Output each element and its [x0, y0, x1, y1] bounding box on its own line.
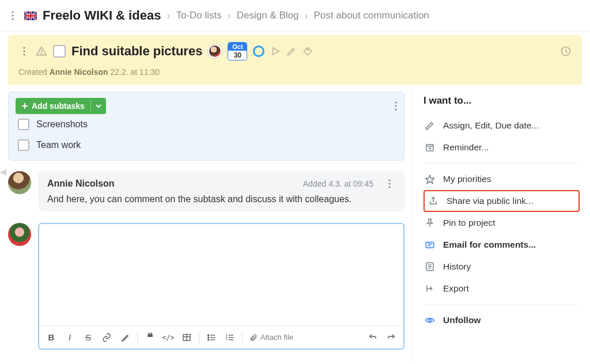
sidebar-item-history[interactable]: History [423, 256, 580, 278]
play-icon[interactable] [270, 46, 281, 56]
subtask-item[interactable]: Team work [16, 135, 397, 156]
svg-point-0 [12, 11, 13, 13]
bold-button[interactable]: B [43, 329, 60, 346]
subtask-checkbox[interactable] [18, 139, 29, 151]
editor-toolbar: B I S ❝ </> [39, 325, 403, 348]
attach-file-button[interactable]: Attach file [246, 333, 297, 342]
svg-marker-13 [273, 48, 279, 55]
created-at: 22.2. at 11:30 [111, 67, 160, 77]
sidebar-item-reminder[interactable]: Reminder... [423, 136, 580, 158]
comment-menu-button[interactable] [384, 178, 395, 189]
assignee-avatar[interactable] [208, 44, 222, 58]
svg-point-19 [388, 179, 390, 181]
sidebar-item-share[interactable]: Share via public link... [423, 190, 580, 212]
svg-text:3: 3 [226, 338, 228, 341]
collapse-caret[interactable]: ◀ [0, 167, 6, 176]
svg-point-29 [208, 339, 209, 340]
add-subtasks-caret[interactable] [90, 100, 106, 112]
table-button[interactable] [178, 329, 195, 346]
ordered-list-button[interactable]: 123 [221, 329, 239, 346]
task-banner: Find suitable pictures Oct 30 Created An… [8, 35, 582, 85]
svg-point-2 [12, 18, 13, 20]
sidebar-item-label: Pin to project [443, 218, 495, 228]
task-created-line: Created Annie Nicolson 22.2. at 11:30 [18, 67, 572, 77]
history-icon [425, 261, 435, 272]
crumb-list[interactable]: To-Do lists [176, 10, 221, 21]
editor-row: B I S ❝ </> [8, 223, 404, 350]
editor-textarea[interactable] [39, 224, 403, 325]
svg-point-16 [395, 101, 396, 103]
task-title: Find suitable pictures [71, 44, 202, 59]
task-menu-button[interactable] [18, 46, 30, 57]
workspace-title[interactable]: Freelo WIKI & ideas [43, 8, 161, 23]
task-checkbox[interactable] [53, 45, 66, 58]
sidebar-item-label: Email for comments... [443, 240, 536, 250]
status-ring-icon[interactable] [253, 46, 264, 57]
add-subtasks-button[interactable]: Add subtasks [16, 98, 106, 114]
strike-button[interactable]: S [80, 329, 97, 346]
uk-flag-icon [24, 12, 37, 20]
tag-icon[interactable] [302, 46, 313, 56]
subtasks-panel: Add subtasks Screenshots Team work [8, 92, 404, 161]
chevron-right-icon: › [228, 10, 231, 22]
sidebar-item-assign[interactable]: Assign, Edit, Due date... [423, 115, 580, 136]
subtask-label: Team work [36, 140, 81, 150]
comment-body: Annie Nicolson Added 4.3. at 09:45 And h… [38, 171, 404, 211]
clock-icon[interactable] [560, 46, 572, 57]
sidebar-item-unfollow[interactable]: Unfollow [423, 309, 580, 331]
svg-point-25 [208, 335, 209, 336]
undo-button[interactable] [364, 329, 381, 346]
svg-point-10 [23, 54, 25, 55]
comment-avatar[interactable] [8, 171, 31, 194]
svg-point-18 [395, 108, 396, 110]
sidebar-item-pin[interactable]: Pin to project [423, 212, 580, 234]
svg-point-27 [208, 337, 209, 338]
svg-point-9 [23, 50, 25, 52]
chevron-right-icon: › [304, 10, 308, 22]
pencil-icon[interactable] [286, 46, 297, 56]
link-button[interactable] [98, 329, 115, 346]
code-button[interactable]: </> [160, 329, 177, 346]
sidebar-item-label: Assign, Edit, Due date... [443, 120, 539, 131]
sidebar-item-label: My priorities [443, 174, 491, 184]
sidebar-item-email[interactable]: Email for comments... [423, 234, 580, 256]
export-icon [425, 283, 435, 294]
plus-icon [21, 103, 28, 109]
share-icon [428, 196, 438, 206]
subtasks-menu-button[interactable] [395, 101, 397, 111]
pencil-icon [425, 120, 435, 131]
sidebar-item-label: Reminder... [443, 142, 489, 153]
sidebar-item-export[interactable]: Export [423, 278, 580, 299]
italic-button[interactable]: I [61, 329, 78, 346]
comment-meta: Added 4.3. at 09:45 [303, 179, 373, 188]
email-icon [425, 240, 435, 250]
svg-point-20 [388, 183, 390, 184]
svg-point-1 [12, 14, 13, 16]
crumb-project[interactable]: Design & Blog [237, 10, 299, 21]
subtask-item[interactable]: Screenshots [16, 114, 397, 135]
crumb-task[interactable]: Post about communication [313, 10, 429, 21]
svg-rect-40 [426, 242, 434, 248]
svg-marker-38 [426, 175, 434, 183]
redo-button[interactable] [383, 329, 400, 346]
quote-button[interactable]: ❝ [141, 329, 158, 346]
sidebar-title: I want to... [423, 95, 580, 107]
actions-sidebar: I want to... Assign, Edit, Due date... R… [411, 85, 582, 362]
created-author[interactable]: Annie Nicolson [50, 67, 108, 77]
sidebar-item-priorities[interactable]: My priorities [423, 168, 580, 190]
due-date-badge[interactable]: Oct 30 [228, 42, 247, 60]
highlight-button[interactable] [116, 329, 134, 346]
breadcrumb: Freelo WIKI & ideas › To-Do lists › Desi… [0, 0, 590, 32]
svg-point-8 [23, 47, 25, 48]
due-month: Oct [228, 43, 247, 51]
subtask-checkbox[interactable] [18, 119, 29, 130]
sidebar-item-label: Unfollow [443, 315, 481, 325]
comment-author[interactable]: Annie Nicolson [47, 179, 114, 189]
current-user-avatar[interactable] [8, 223, 31, 246]
created-prefix: Created [18, 67, 47, 77]
bullet-list-button[interactable] [203, 329, 220, 346]
header-menu-button[interactable] [7, 10, 18, 21]
sidebar-item-label: Export [443, 283, 469, 294]
reminder-icon [425, 142, 435, 153]
comment-editor[interactable]: B I S ❝ </> [38, 223, 404, 350]
